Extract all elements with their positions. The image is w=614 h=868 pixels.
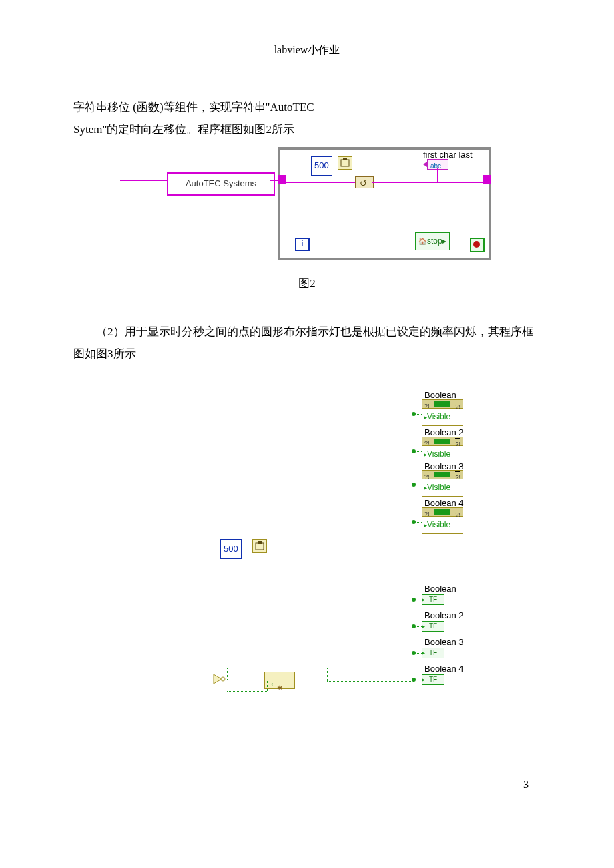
svg-rect-1 <box>343 158 347 160</box>
junction-i3 <box>412 651 416 655</box>
figure-2-caption: 图2 <box>73 273 541 294</box>
wire-fb-out <box>294 680 327 681</box>
bool-indicator-4: TF <box>422 674 444 685</box>
svg-marker-4 <box>214 674 222 684</box>
loop-condition-terminal <box>470 238 485 252</box>
wire-loop-in <box>286 182 355 183</box>
paragraph-1: 字符串移位 (函数)等组件，实现字符串"AutoTEC Sytem"的定时向左移… <box>73 97 541 140</box>
wire-stop <box>450 244 470 245</box>
stop-control: stop▸ <box>415 232 450 250</box>
shift-register-left <box>278 175 286 184</box>
wire-bus-feed <box>327 681 414 682</box>
wait-ms-constant: 500 <box>311 156 332 176</box>
svg-rect-0 <box>341 160 349 166</box>
junction-i4 <box>412 678 416 682</box>
paragraph-2: （2）用于显示时分秒之间的点的圆形布尔指示灯也是根据已设定的频率闪烁，其程序框图… <box>73 321 541 365</box>
bool-property-node-1: ?!?! Visible <box>422 399 463 426</box>
junction-4 <box>412 520 416 524</box>
svg-point-5 <box>221 677 225 681</box>
junction-3 <box>412 483 416 487</box>
figure-2-diagram: AutoTEC Systems 500 first char last i st… <box>120 147 494 264</box>
header-rule <box>73 63 541 63</box>
stop-label: stop <box>427 236 442 246</box>
p1-line1: 字符串移位 (函数)等组件，实现字符串"AutoTEC <box>73 97 541 118</box>
bool-indicator-3: TF <box>422 648 444 658</box>
wire-string-out-left <box>120 180 168 181</box>
wire-not-fb-l <box>227 668 228 680</box>
wait-function-icon <box>338 156 352 170</box>
page-header: labview小作业 <box>73 40 541 60</box>
junction-i1 <box>412 598 416 602</box>
svg-rect-3 <box>258 541 262 544</box>
wire-not-fb-bot <box>227 691 267 692</box>
p1-line2: Sytem"的定时向左移位。程序框图如图2所示 <box>73 119 541 140</box>
wire-loop-out <box>372 182 483 183</box>
wait-function-icon-3 <box>252 539 267 553</box>
wire-bus <box>414 411 415 718</box>
not-function-icon <box>212 673 226 685</box>
string-constant: AutoTEC Systems <box>167 172 275 196</box>
bool-indicator-1: TF <box>422 594 444 605</box>
figure-3-diagram: 500 ←✱ Boolean ?!?! Visible Boolean 2 <box>200 387 494 734</box>
wire-wait <box>242 546 252 546</box>
wire-to-indicator <box>437 168 438 182</box>
shift-register-right <box>483 175 491 184</box>
junction-2 <box>412 449 416 453</box>
wire-not-fb-top <box>227 668 327 669</box>
wire-not-fb-r <box>327 668 328 681</box>
svg-rect-2 <box>256 543 264 550</box>
wait-ms-constant-3: 500 <box>220 539 242 559</box>
junction-i2 <box>412 624 416 628</box>
feedback-node-icon: ←✱ <box>264 672 295 689</box>
iteration-terminal: i <box>295 238 310 251</box>
bool-property-node-3: ?!?! Visible <box>422 470 463 497</box>
page-number: 3 <box>73 775 541 795</box>
junction-1 <box>412 412 416 416</box>
rotate-string-function-icon <box>355 176 374 188</box>
wire-fb-in <box>267 680 268 691</box>
bool-property-node-4: ?!?! Visible <box>422 507 463 534</box>
bool-indicator-2: TF <box>422 621 444 632</box>
